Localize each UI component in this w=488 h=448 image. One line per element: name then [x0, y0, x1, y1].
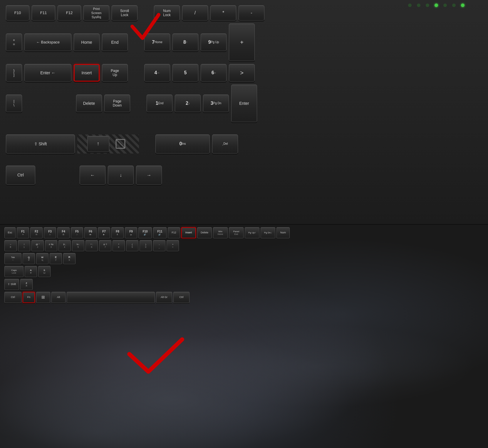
bot-key-alt[interactable]: Alt — [51, 292, 66, 303]
bot-key-9[interactable]: (9 — [126, 240, 138, 251]
bot-key-pgup[interactable]: Pg Up↑ — [245, 227, 259, 238]
key-num8[interactable]: 8↑ — [172, 33, 198, 51]
bot-key-plus[interactable]: += — [167, 240, 179, 251]
key-numplus[interactable]: + — [229, 23, 255, 61]
bot-key-f7[interactable]: F7▶ — [98, 227, 110, 238]
spacer-1 — [24, 95, 74, 112]
bot-key-caps[interactable]: CapsLock — [4, 266, 24, 277]
bot-key-ctrl-left[interactable]: Ctrl — [4, 292, 21, 303]
key-num7[interactable]: 7Home — [144, 33, 170, 51]
bot-key-dash[interactable]: -_ — [153, 240, 165, 251]
bot-key-insert-highlighted[interactable]: Insert — [181, 227, 196, 238]
bot-key-3[interactable]: # №3 — [45, 240, 57, 251]
bot-key-2[interactable]: @ "2 — [31, 240, 44, 251]
key-backslash[interactable]: |\ — [6, 95, 22, 112]
bot-key-1[interactable]: !1 — [18, 240, 30, 251]
key-num6[interactable]: 6– — [201, 64, 227, 82]
bot-key-q[interactable]: QЙ — [23, 253, 35, 264]
bot-key-f4[interactable]: F4⊞ — [57, 227, 70, 238]
bot-key-pgdn[interactable]: Pg Dn↓ — [261, 227, 275, 238]
key-pluseq[interactable]: += — [6, 33, 22, 51]
key-numlock[interactable]: NumLock — [154, 5, 180, 21]
bot-key-win[interactable]: ⊞ — [36, 292, 50, 303]
key-num3[interactable]: 3Pg Dn — [203, 95, 229, 112]
bot-key-home[interactable]: WinHome — [213, 227, 228, 238]
key-num2[interactable]: 2↓ — [175, 95, 201, 112]
key-end[interactable]: End — [102, 33, 128, 51]
bot-key-f1[interactable]: F1☀ — [17, 227, 29, 238]
key-f10[interactable]: F10 — [6, 5, 29, 21]
bot-key-e[interactable]: EУ — [50, 253, 62, 264]
bot-key-f3[interactable]: F3☺ — [44, 227, 56, 238]
bot-key-space[interactable] — [67, 292, 155, 303]
bot-key-f11[interactable]: F11🔊 — [153, 227, 167, 238]
top-row-2: += ← Backspace Home End 7Home 8↑ 9Pg Up … — [6, 23, 482, 61]
bot-key-altgr[interactable]: Alt Gr — [156, 292, 172, 303]
key-numenter[interactable]: Enter — [231, 85, 257, 122]
bottom-tab-row: Tab↔ QЙ WЦ EУ RК — [4, 253, 484, 264]
key-pagedown[interactable]: PageDown — [104, 95, 130, 112]
key-arrowdown[interactable]: ↓ — [108, 166, 134, 185]
bottom-caps-row: CapsLock АФ SЫ — [4, 266, 484, 277]
key-scrolllock[interactable]: ScrollLock — [112, 5, 137, 21]
bot-key-f12[interactable]: F12 — [168, 227, 180, 238]
key-numgt[interactable]: > — [229, 64, 255, 82]
key-delete[interactable]: Delete — [76, 95, 102, 112]
key-f12[interactable]: F12 — [58, 5, 81, 21]
key-num0[interactable]: 0Ins — [155, 134, 210, 154]
bot-key-f8[interactable]: F8⏸ — [111, 227, 124, 238]
key-enter[interactable]: Enter ← — [24, 64, 71, 82]
bot-key-w[interactable]: WЦ — [36, 253, 48, 264]
bot-key-end[interactable]: PanelEnd — [229, 227, 244, 238]
key-f11[interactable]: F11 — [32, 5, 55, 21]
bot-key-a[interactable]: АФ — [25, 266, 37, 277]
bot-key-delete[interactable]: Delete — [197, 227, 212, 238]
bot-key-num[interactable]: Num — [276, 227, 290, 238]
led-bar — [408, 4, 464, 7]
bot-key-esc[interactable]: Esc — [4, 227, 16, 238]
bot-key-0[interactable]: )0 — [140, 240, 152, 251]
key-pageup[interactable]: PageUp — [102, 64, 128, 82]
led-6 — [452, 4, 456, 7]
bot-key-4[interactable]: $ ;4 — [58, 240, 71, 251]
key-arrowright[interactable]: → — [136, 166, 162, 185]
bot-key-5[interactable]: % :5 — [72, 240, 84, 251]
bot-key-f5[interactable]: F5♪ — [71, 227, 83, 238]
bot-key-z[interactable]: ZЯ — [20, 279, 33, 290]
key-num9[interactable]: 9Pg Up — [201, 33, 227, 51]
key-numdot[interactable]: .Del — [212, 134, 238, 154]
key-printscreen[interactable]: PrintScreenSysRq — [83, 5, 109, 21]
bot-key-shift-left[interactable]: ⇧ Shift — [4, 279, 19, 290]
bot-key-f2[interactable]: F2✉ — [30, 227, 43, 238]
bot-key-r[interactable]: RК — [63, 253, 76, 264]
key-arrowleft[interactable]: ← — [80, 166, 105, 185]
key-num1[interactable]: 1End — [147, 95, 172, 112]
key-num4[interactable]: 4← — [144, 64, 170, 82]
bot-key-7[interactable]: & ?7 — [99, 240, 111, 251]
key-numslash[interactable]: / — [182, 5, 208, 21]
top-row-1: F10 F11 F12 PrintScreenSysRq ScrollLock … — [6, 5, 482, 21]
bot-key-tab[interactable]: Tab↔ — [4, 253, 21, 264]
bot-key-ctrl-right[interactable]: Ctrl — [173, 292, 190, 303]
bot-key-f6[interactable]: F6⏮ — [84, 227, 97, 238]
top-row-6: Ctrl ← ↓ → — [6, 166, 482, 185]
key-numstar[interactable]: * — [210, 5, 236, 21]
bot-key-tilde[interactable]: ~Ё — [4, 240, 17, 251]
bot-key-s[interactable]: SЫ — [38, 266, 51, 277]
key-numminus[interactable]: - — [239, 5, 264, 21]
bottom-ctrl-row: Ctrl Fn ⊞ Alt Alt Gr Ctrl — [4, 292, 484, 303]
key-arrowup[interactable]: ↑ — [87, 136, 109, 152]
key-insert-highlighted[interactable]: Insert — [74, 64, 100, 82]
bot-key-8[interactable]: *8 — [113, 240, 125, 251]
top-row-4: |\ Delete PageDown 1End 2↓ 3Pg Dn Enter — [6, 85, 482, 122]
key-num5[interactable]: 5 — [172, 64, 198, 82]
bot-key-f10[interactable]: F10🔊 — [138, 227, 152, 238]
key-home[interactable]: Home — [74, 33, 100, 51]
bot-key-f9[interactable]: F9☁ — [125, 227, 137, 238]
key-ctrl[interactable]: Ctrl — [6, 166, 35, 185]
key-bracketclose[interactable]: }] — [6, 64, 22, 82]
bot-key-fn-highlighted[interactable]: Fn — [23, 292, 35, 303]
key-backspace[interactable]: ← Backspace — [24, 33, 71, 51]
key-shift[interactable]: ⇧ Shift — [6, 134, 75, 154]
bot-key-6[interactable]: ^ :6 — [85, 240, 98, 251]
